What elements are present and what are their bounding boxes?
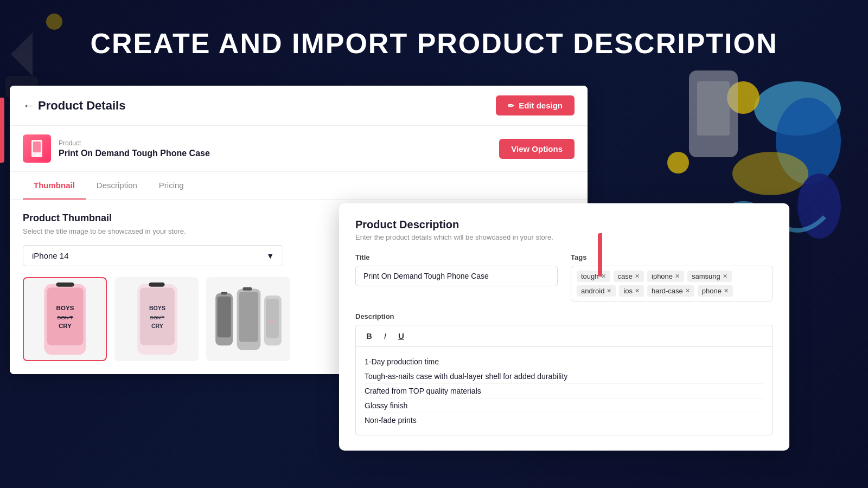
- phone-case-svg-2: BOYS DON'T CRY: [122, 281, 192, 357]
- tag-iphone-label: iphone: [652, 272, 673, 280]
- edit-design-button[interactable]: ✏ Edit design: [496, 95, 575, 115]
- desc-item-3: Crafted from TOP quality materials: [365, 384, 764, 399]
- bold-icon: B: [366, 331, 372, 341]
- svg-rect-28: [221, 292, 227, 294]
- italic-button[interactable]: I: [380, 330, 390, 342]
- underline-icon: U: [398, 331, 404, 341]
- svg-rect-9: [697, 81, 730, 136]
- tabs-row: Thumbnail Description Pricing: [10, 172, 588, 200]
- page-title-banner: CREATE AND IMPORT PRODUCT DESCRIPTION: [0, 27, 868, 60]
- red-accent-right: [598, 233, 602, 277]
- product-text: Product Print On Demand Tough Phone Case: [59, 139, 210, 158]
- tag-hard-case: hard-case ✕: [647, 285, 694, 297]
- back-arrow-icon: ←: [23, 99, 35, 113]
- underline-button[interactable]: U: [394, 330, 408, 342]
- svg-text:DON'T: DON'T: [57, 314, 73, 320]
- tag-case-label: case: [618, 272, 633, 280]
- product-name: Print On Demand Tough Phone Case: [59, 149, 210, 158]
- tag-case: case ✕: [614, 271, 644, 282]
- tab-description[interactable]: Description: [86, 172, 148, 200]
- desc-item-5: Non-fade prints: [365, 413, 764, 427]
- description-field-label: Description: [355, 312, 773, 320]
- tag-android: android ✕: [577, 285, 616, 297]
- product-label: Product: [59, 139, 210, 147]
- svg-text:BOYS: BOYS: [56, 305, 74, 311]
- tag-iphone: iphone ✕: [647, 271, 684, 282]
- tag-phone-remove[interactable]: ✕: [724, 288, 729, 294]
- red-accent-left: [0, 98, 4, 163]
- thumbnail-item-3[interactable]: BOYS: [206, 277, 290, 361]
- tag-phone: phone ✕: [698, 285, 733, 297]
- edit-icon: ✏: [508, 101, 514, 110]
- svg-point-10: [667, 152, 689, 174]
- edit-design-label: Edit design: [519, 101, 563, 110]
- tag-hard-case-label: hard-case: [652, 287, 683, 295]
- tag-tough-label: tough: [581, 272, 599, 280]
- desc-item-1: 1-Day production time: [365, 355, 764, 369]
- svg-point-6: [732, 152, 808, 195]
- tag-samsung-remove[interactable]: ✕: [723, 273, 727, 279]
- tag-android-remove[interactable]: ✕: [607, 288, 611, 294]
- italic-icon: I: [384, 331, 386, 341]
- svg-text:DON'T: DON'T: [150, 314, 164, 320]
- tab-thumbnail[interactable]: Thumbnail: [23, 172, 86, 200]
- desc-two-col: Title Tags tough ✕ case ✕ iphone ✕ sa: [355, 253, 773, 301]
- bold-button[interactable]: B: [362, 330, 376, 342]
- product-info-row: Product Print On Demand Tough Phone Case…: [10, 126, 588, 172]
- product-description-panel: Product Description Enter the product de…: [339, 203, 789, 451]
- dropdown-value: iPhone 14: [32, 251, 69, 260]
- rich-text-toolbar: B I U: [355, 325, 773, 346]
- panel-header: ← Product Details ✏ Edit design: [10, 86, 588, 126]
- thumbnail-item-1[interactable]: BOYS DON'T CRY: [23, 277, 107, 361]
- tab-pricing-label: Pricing: [159, 181, 184, 190]
- desc-item-4: Glossy finish: [365, 399, 764, 413]
- tab-pricing[interactable]: Pricing: [148, 172, 195, 200]
- product-info-left: Product Print On Demand Tough Phone Case: [23, 134, 210, 163]
- tag-samsung-label: samsung: [692, 272, 720, 280]
- desc-item-2: Tough-as-nails case with dual-layer shel…: [365, 369, 764, 384]
- tag-hard-case-remove[interactable]: ✕: [685, 288, 690, 294]
- svg-text:BOYS: BOYS: [267, 320, 276, 323]
- view-options-button[interactable]: View Options: [499, 139, 575, 159]
- svg-rect-25: [149, 282, 164, 286]
- back-button[interactable]: ← Product Details: [23, 99, 125, 113]
- desc-panel-subtitle: Enter the product details which will be …: [355, 233, 773, 241]
- phone-case-svg-3: BOYS: [213, 281, 284, 357]
- svg-rect-12: [33, 142, 41, 152]
- page-title: CREATE AND IMPORT PRODUCT DESCRIPTION: [90, 28, 777, 59]
- desc-col-title: Title: [355, 253, 558, 301]
- tab-description-label: Description: [97, 181, 137, 190]
- tag-tough: tough ✕: [577, 271, 610, 282]
- svg-point-13: [36, 154, 38, 156]
- svg-rect-19: [56, 282, 74, 286]
- panel-title: Product Details: [38, 99, 125, 113]
- svg-text:CRY: CRY: [58, 322, 71, 329]
- tag-samsung: samsung ✕: [687, 271, 732, 282]
- title-input[interactable]: [355, 266, 558, 286]
- device-dropdown[interactable]: iPhone 14 ▼: [23, 245, 283, 266]
- thumbnail-item-2[interactable]: BOYS DON'T CRY: [114, 277, 199, 361]
- description-body[interactable]: 1-Day production time Tough-as-nails cas…: [355, 346, 773, 435]
- tag-android-label: android: [581, 287, 604, 295]
- svg-rect-27: [217, 296, 231, 337]
- chevron-down-icon: ▼: [266, 252, 274, 260]
- tag-ios-label: ios: [623, 287, 633, 295]
- product-icon-svg: [27, 139, 47, 158]
- tab-thumbnail-label: Thumbnail: [34, 181, 75, 190]
- phone-case-svg-1: BOYS DON'T CRY: [30, 281, 100, 357]
- title-field-label: Title: [355, 253, 558, 261]
- svg-rect-30: [239, 292, 258, 342]
- svg-rect-31: [242, 287, 252, 290]
- tag-phone-label: phone: [702, 287, 722, 295]
- svg-text:CRY: CRY: [151, 322, 163, 329]
- desc-panel-title: Product Description: [355, 219, 773, 231]
- tag-case-remove[interactable]: ✕: [635, 273, 640, 279]
- svg-rect-33: [266, 298, 278, 337]
- tag-ios: ios ✕: [619, 285, 644, 297]
- tag-ios-remove[interactable]: ✕: [635, 288, 640, 294]
- svg-text:BOYS: BOYS: [149, 305, 165, 311]
- product-icon: [23, 134, 51, 163]
- view-options-label: View Options: [511, 144, 563, 153]
- tag-iphone-remove[interactable]: ✕: [675, 273, 680, 279]
- description-section: Description B I U 1-Day production time …: [355, 312, 773, 435]
